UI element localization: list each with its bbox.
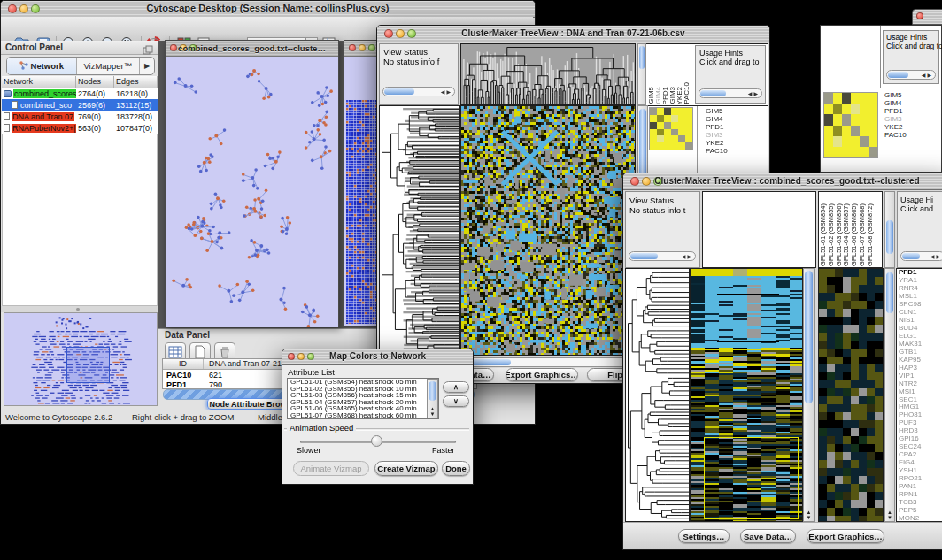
column-labels: GIM5GIM4PFD1GIM3YKE2PAC10 [647,43,693,105]
panel-divider[interactable] [1,306,158,312]
close-button[interactable] [349,44,356,51]
column-labels: GPL51-01 (GSM854)GPL51-02 (GSM855)GPL51-… [819,192,882,267]
matrix-cell [678,122,685,129]
main-titlebar[interactable]: Cytoscape Desktop (Session Name: collins… [1,1,535,18]
view-status-scrollbar[interactable]: ◀▶ [629,251,696,261]
column-tree-panel[interactable] [702,191,816,268]
gene-label: PHO81 [899,411,942,419]
create-vizmap-button[interactable]: Create Vizmap [374,461,438,476]
gene-label: PAC10 [884,131,938,139]
maximize-button[interactable] [368,44,375,51]
gene-label: PFD1 [884,107,938,115]
network-row[interactable]: DNA and Tran 07769(0)183728(0) [2,111,158,122]
cluster-summary-matrix[interactable] [649,107,693,150]
matrix-cell [869,93,877,104]
tab-overflow-button[interactable]: ▶ [140,58,154,74]
attribute-item[interactable]: GPL51-07 (GSM868) heat shock 60 min [288,412,438,419]
view-status-scrollbar[interactable]: ◀▶ [382,87,455,96]
export-graphics-button[interactable]: Export Graphics… [807,529,884,543]
export-graphics-button[interactable]: Export Graphics… [506,368,578,381]
column-dendrogram-panel[interactable] [460,43,636,105]
move-up-button[interactable]: ∧ [443,381,469,393]
column-labels-scrollbar[interactable] [884,191,895,268]
done-button[interactable]: Done [442,461,470,476]
heatmap-vscrollbar[interactable]: ▲ ▼ [803,268,815,522]
network-edges: 16218(0) [114,89,158,98]
matrix-cell [860,114,869,125]
treeview1-title: ClusterMaker TreeView : DNA and Tran 07-… [377,28,769,38]
view-status-text: No status info f [383,57,439,66]
close-button[interactable] [916,12,923,19]
list-scrollbar[interactable]: ▲ ▼ [427,379,438,418]
birdseye-view[interactable] [4,312,158,406]
tab-vizmapper[interactable]: VizMapper™ [77,58,140,74]
gene-label: YKE2 [884,123,938,131]
matrix-cell [650,135,657,142]
row-id: PAC10 [163,371,204,380]
row-dendrogram-panel[interactable] [625,268,690,522]
dense-network-canvas[interactable] [346,100,379,324]
move-down-button[interactable]: ∨ [443,395,469,407]
matrix-cell [833,136,842,147]
column-tree-scrollbar[interactable] [637,43,646,105]
heatmap-panel[interactable] [690,268,803,522]
treeview3-titlebar-fragment[interactable] [912,9,942,25]
matrix-cell [650,115,657,122]
cluster-summary-matrix[interactable] [823,92,878,158]
minimize-button[interactable] [359,44,366,51]
network-view-titlebar[interactable]: combined_scores_good.txt--cluste… [166,41,338,57]
matrix-cell [671,135,678,142]
matrix-cell [657,108,664,115]
dialog-title: Map Colors to Network [282,351,473,361]
matrix-cell [833,104,842,114]
column-label: GPL51-01 (GSM854) [819,203,827,266]
network-row[interactable]: combined_sco2569(6)13112(15) [2,99,158,111]
column-label: GPL51-07 (GSM868) [858,203,866,266]
document-icon [4,112,10,120]
matrix-cell [664,115,671,122]
treeview1-titlebar[interactable]: ClusterMaker TreeView : DNA and Tran 07-… [377,26,769,42]
gene-label: ELG1 [899,333,942,341]
usage-hints-text: Click and drag to [886,42,942,50]
tab-network[interactable]: Network [7,58,77,74]
matrix-cell [664,135,671,142]
save-data-button[interactable]: Save Data… [740,529,796,543]
network-row[interactable]: RNAPuberNov2+|563(0)107847(0) [2,122,158,134]
column-label: PAC10 [683,82,691,104]
network-table-header[interactable]: Network Nodes Edges [2,76,158,88]
zoom-vscrollbar[interactable]: ▲ ▼ [884,268,895,522]
matrix-cell [678,108,685,115]
column-label: GPL51-06 (GSM865) [850,203,858,266]
attribute-listbox[interactable]: GPL51-01 (GSM854) heat shock 05 minGPL51… [287,378,439,419]
usage-hints-scrollbar[interactable]: ◀▶ [886,70,936,80]
gene-label-list: GIM5GIM4PFD1GIM3YKE2PAC10 [706,107,766,155]
gene-label: RPN1 [899,491,942,499]
dialog-titlebar[interactable]: Map Colors to Network [282,349,473,365]
gene-label: MAK31 [899,341,942,349]
status-left: Welcome to Cytoscape 2.6.2 [5,412,112,422]
matrix-cell [869,104,877,114]
usage-hints-scrollbar[interactable]: ◀▶ [699,88,762,98]
heatmap-hscrollbar[interactable]: ◀▶ [460,357,636,367]
usage-hints-box: Usage Hints Click and drag to ◀▶ [883,30,939,84]
network-row[interactable]: combined_scores2764(0)16218(0) [2,88,158,99]
node-attribute-browser-button[interactable]: Node Attribute Brows [207,398,293,410]
gene-label: PAN1 [899,483,942,491]
heatmap-panel[interactable] [460,105,636,356]
gene-label: RPO21 [899,475,942,483]
matrix-cell [869,147,877,157]
treeview2-title: ClusterMaker TreeView : combined_scores_… [623,176,942,186]
gene-label: RNR4 [899,285,942,293]
treeview2-titlebar[interactable]: ClusterMaker TreeView : combined_scores_… [623,173,942,190]
network-canvas[interactable] [166,57,338,327]
network-view-title: combined_scores_good.txt--cluste… [166,43,338,53]
speed-slider-thumb[interactable] [371,435,382,447]
row-dendrogram-panel[interactable] [379,105,460,356]
animate-vizmap-button[interactable]: Animate Vizmap [293,461,369,476]
matrix-cell [685,142,692,150]
gene-label: GIM5 [884,91,938,99]
usage-hints-scrollbar[interactable]: ◀▶ [900,251,942,261]
gene-label: SEC1 [899,396,942,404]
zoom-heatmap-panel[interactable] [818,268,884,522]
settings-button[interactable]: Settings… [678,529,730,543]
